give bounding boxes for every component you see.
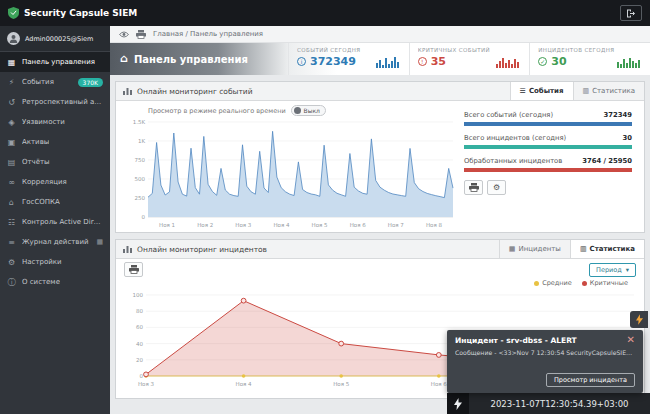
alerts-button[interactable] <box>447 393 469 414</box>
toast-header: Инцидент - srv-dbss - ALERT ✕ <box>455 336 635 345</box>
incidents-tab-2[interactable]: ▥Статистика <box>570 240 644 258</box>
printer-icon <box>136 30 146 39</box>
events-line-chart: 02505007501K1.5KНоя 1Ноя 2Ноя 3Ноя 4Ноя … <box>122 116 458 230</box>
incidents-panel-header: Онлайн мониторинг инцидентов ▦Инциденты▥… <box>116 240 644 259</box>
stat-label: СОБЫТИЙ СЕГОДНЯ <box>297 47 401 53</box>
stat-sparkline <box>496 56 521 68</box>
legend-label: Критичные <box>590 279 628 287</box>
watch-button[interactable] <box>119 31 129 38</box>
sidebar-menu: ▦Панель управления⚡События370K↺Ретроспек… <box>0 52 110 292</box>
stat-sparkline <box>617 56 642 68</box>
realtime-label: Просмотр в режиме реального времени <box>148 107 286 115</box>
sidebar-item-vuln[interactable]: ◈Уязвимости <box>0 112 110 132</box>
incidents-panel-title: Онлайн мониторинг инцидентов <box>137 245 267 254</box>
grid-icon: ▦ <box>96 238 103 246</box>
eye-icon <box>119 31 129 38</box>
toast-button-row: Просмотр инцидента <box>455 373 635 387</box>
stat-events-today: СОБЫТИЙ СЕГОДНЯi372349 <box>288 43 409 75</box>
sidebar-item-journal[interactable]: ≡Журнал действий▦ <box>0 232 110 252</box>
summary-row: Всего инцидентов (сегодня)30 <box>464 134 632 149</box>
svg-text:100: 100 <box>133 292 144 298</box>
sidebar-item-gossopka[interactable]: ⌂ГосСОПКА <box>0 192 110 212</box>
svg-text:Ноя 4: Ноя 4 <box>236 381 253 387</box>
close-icon[interactable]: ✕ <box>627 336 635 344</box>
sidebar-item-retro[interactable]: ↺Ретроспективный анализ <box>0 92 110 112</box>
incidents-tab-1[interactable]: ▦Инциденты <box>499 240 570 258</box>
sidebar-item-dashboard[interactable]: ▦Панель управления <box>0 52 110 72</box>
sidebar-item-correlation[interactable]: ∞Корреляция <box>0 172 110 192</box>
summary-value: 372349 <box>604 111 632 119</box>
breadcrumb: Главная / Панель управления <box>153 30 263 38</box>
app-title: Security Capsule SIEM <box>24 8 137 18</box>
top-bar: Security Capsule SIEM <box>0 0 650 26</box>
print-page-button[interactable] <box>136 30 146 39</box>
breadcrumb-home[interactable]: Главная <box>153 30 183 38</box>
lightning-icon <box>454 398 462 410</box>
tab-label: Статистика <box>592 87 635 95</box>
sidebar-item-label: Уязвимости <box>22 118 65 126</box>
legend-item-1[interactable]: Средние <box>534 279 572 287</box>
events-tab-1[interactable]: ☰События <box>510 82 573 100</box>
legend-dot <box>534 281 539 286</box>
alert-flyout-button[interactable] <box>630 311 648 328</box>
view-incident-button[interactable]: Просмотр инцидента <box>546 373 635 387</box>
home-icon: ⌂ <box>120 54 128 64</box>
stat-value: 30 <box>551 55 566 68</box>
svg-text:Ноя 2: Ноя 2 <box>197 222 213 228</box>
sidebar-item-label: Корреляция <box>22 178 67 186</box>
incidents-legend: СредниеКритичные <box>124 279 628 287</box>
events-monitoring-panel: Онлайн мониторинг событий ☰События▥Стати… <box>115 81 645 233</box>
grid-icon: ▦ <box>509 245 516 253</box>
realtime-toggle[interactable]: Выкл <box>291 105 326 116</box>
svg-text:40: 40 <box>136 341 143 347</box>
sidebar-item-ad[interactable]: ☷Контроль Active Directory <box>0 212 110 232</box>
legend-item-2[interactable]: Критичные <box>582 279 628 287</box>
events-count-badge: 370K <box>78 78 103 87</box>
toggle-label: Выкл <box>304 107 320 114</box>
summary-label: Всего инцидентов (сегодня) <box>464 134 566 142</box>
print-button[interactable] <box>124 262 143 277</box>
events-today-icon: i <box>297 57 306 66</box>
stat-label: ИНЦИДЕНТОВ СЕГОДНЯ <box>538 47 642 53</box>
history-icon: ↺ <box>7 98 16 107</box>
sidebar: Admin000025@Siem ▦Панель управления⚡Собы… <box>0 26 110 414</box>
incidents-panel-title-block: Онлайн мониторинг инцидентов <box>123 245 267 254</box>
person-icon <box>9 34 18 43</box>
printer-icon <box>469 183 479 192</box>
svg-text:Ноя 8: Ноя 8 <box>426 222 443 228</box>
stats-icon: ▥ <box>583 87 590 95</box>
user-profile[interactable]: Admin000025@Siem <box>0 26 110 52</box>
status-bar: 2023-11-07T12:30:54.39+03:00 <box>447 393 650 414</box>
events-panel-body: Просмотр в режиме реального времени Выкл… <box>116 101 644 232</box>
svg-text:Ноя 3: Ноя 3 <box>235 222 252 228</box>
events-icon: ⚡ <box>7 78 16 87</box>
status-timestamp: 2023-11-07T12:30:54.39+03:00 <box>469 399 650 409</box>
settings-button[interactable]: ⚙ <box>487 180 506 195</box>
svg-text:Ноя 1: Ноя 1 <box>159 222 175 228</box>
sidebar-item-reports[interactable]: ▤Отчёты <box>0 152 110 172</box>
svg-text:1.5K: 1.5K <box>133 119 146 125</box>
sidebar-item-label: События <box>22 78 54 86</box>
svg-text:20: 20 <box>136 357 143 363</box>
sidebar-item-label: Активы <box>22 138 49 146</box>
svg-text:80: 80 <box>136 308 143 314</box>
journal-icon: ≡ <box>7 238 16 247</box>
summary-value: 3764 / 25950 <box>582 157 632 165</box>
page-header: ⌂ Панель управления СОБЫТИЙ СЕГОДНЯi3723… <box>110 43 650 75</box>
print-button[interactable] <box>464 180 483 195</box>
header-stats: СОБЫТИЙ СЕГОДНЯi372349КРИТИЧНЫХ СОБЫТИЙ!… <box>288 43 650 75</box>
legend-label: Средние <box>542 279 572 287</box>
sidebar-item-about[interactable]: ⓘО системе <box>0 272 110 292</box>
sidebar-item-settings[interactable]: ⚙Настройки <box>0 252 110 272</box>
toggle-knob <box>294 107 301 114</box>
events-summary-rows: Всего событий (сегодня)372349Всего инцид… <box>464 111 632 172</box>
events-tab-2[interactable]: ▥Статистика <box>573 82 645 100</box>
sidebar-item-events[interactable]: ⚡События370K <box>0 72 110 92</box>
topbar-actions <box>620 5 642 21</box>
toast-message: Сообщение - <33>Nov 7 12:30:54 SecurityC… <box>455 349 635 356</box>
logout-button[interactable] <box>620 5 642 21</box>
assets-icon: ▣ <box>7 138 16 147</box>
sidebar-item-assets[interactable]: ▣Активы <box>0 132 110 152</box>
sidebar-item-label: О системе <box>22 278 60 286</box>
period-button[interactable]: Период ▾ <box>589 263 636 277</box>
